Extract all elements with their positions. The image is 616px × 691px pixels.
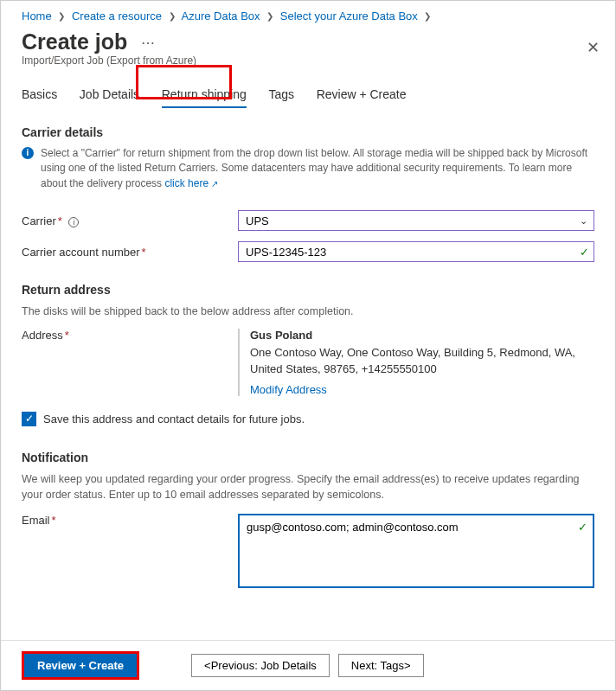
footer-bar: Review + Create <Previous: Job Details N… xyxy=(1,640,615,690)
highlight-box: Review + Create xyxy=(22,651,139,680)
tab-tags[interactable]: Tags xyxy=(268,80,294,108)
carrier-account-input[interactable] xyxy=(238,241,594,262)
info-icon: i xyxy=(22,147,34,159)
tab-bar: Basics Job Details Return shipping Tags … xyxy=(1,68,615,108)
chevron-right-icon: ❯ xyxy=(58,11,65,21)
external-link-icon: ↗ xyxy=(211,179,218,189)
review-create-button[interactable]: Review + Create xyxy=(24,654,137,677)
save-address-label: Save this address and contact details fo… xyxy=(43,413,305,425)
tab-review-create[interactable]: Review + Create xyxy=(317,80,407,108)
notification-desc: We will keep you updated regarding your … xyxy=(22,471,594,504)
chevron-right-icon: ❯ xyxy=(169,11,176,21)
carrier-select[interactable]: UPS xyxy=(238,210,594,231)
next-button[interactable]: Next: Tags> xyxy=(338,654,424,677)
address-label: Address* xyxy=(22,329,238,396)
breadcrumb-azure-data-box[interactable]: Azure Data Box xyxy=(182,10,260,22)
carrier-label: Carrier* i xyxy=(22,214,238,227)
notification-heading: Notification xyxy=(22,451,594,464)
previous-button[interactable]: <Previous: Job Details xyxy=(191,654,330,677)
address-text: One Contoso Way, One Contoso Way, Buildi… xyxy=(250,345,594,378)
chevron-right-icon: ❯ xyxy=(266,11,273,21)
address-name: Gus Poland xyxy=(250,329,594,342)
modify-address-link[interactable]: Modify Address xyxy=(250,383,327,396)
breadcrumb: Home ❯ Create a resource ❯ Azure Data Bo… xyxy=(1,1,615,26)
carrier-info-link[interactable]: click here ↗ xyxy=(164,177,218,189)
breadcrumb-create-resource[interactable]: Create a resource xyxy=(72,10,162,22)
carrier-account-label: Carrier account number* xyxy=(22,246,238,259)
save-address-checkbox[interactable]: ✓ xyxy=(22,412,36,426)
carrier-info-text: Select a "Carrier" for return shipment f… xyxy=(41,146,594,191)
return-address-heading: Return address xyxy=(22,283,594,297)
email-label: Email* xyxy=(22,514,238,527)
close-icon[interactable]: ✕ xyxy=(587,38,600,57)
breadcrumb-select-data-box[interactable]: Select your Azure Data Box xyxy=(280,10,418,22)
more-icon[interactable]: ⋯ xyxy=(141,35,155,50)
info-circle-icon[interactable]: i xyxy=(68,217,79,227)
return-address-desc: The disks will be shipped back to the be… xyxy=(22,304,594,320)
chevron-right-icon: ❯ xyxy=(424,11,431,21)
page-subtitle: Import/Export Job (Export from Azure) xyxy=(22,54,594,67)
tab-job-details[interactable]: Job Details xyxy=(80,80,139,108)
tab-basics[interactable]: Basics xyxy=(22,80,57,108)
email-textarea[interactable]: gusp@contoso.com; admin@contoso.com xyxy=(238,514,594,588)
breadcrumb-home[interactable]: Home xyxy=(22,10,52,22)
page-title: Create job xyxy=(22,29,127,54)
carrier-details-heading: Carrier details xyxy=(22,125,594,139)
tab-return-shipping[interactable]: Return shipping xyxy=(162,80,247,108)
checkmark-icon: ✓ xyxy=(578,521,587,534)
